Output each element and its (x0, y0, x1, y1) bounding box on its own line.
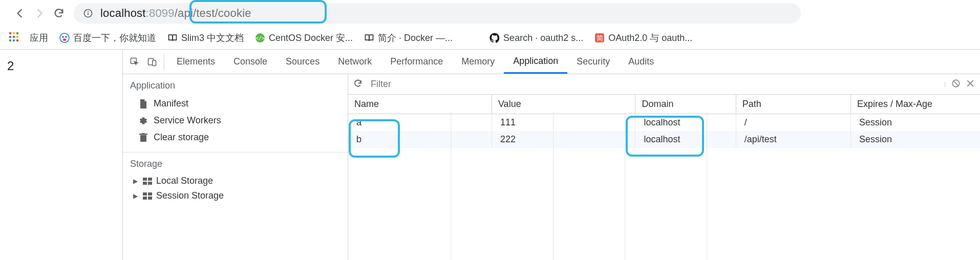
sidebar-heading-storage: Storage (123, 153, 348, 174)
apps-label[interactable]: 应用 (30, 32, 48, 44)
col-name[interactable]: Name (348, 95, 492, 114)
tab-label: Audits (628, 56, 654, 67)
reload-icon (53, 8, 65, 19)
tab-sources[interactable]: Sources (276, 50, 329, 74)
sidebar-heading-application: Application (123, 74, 348, 95)
svg-point-16 (63, 38, 66, 41)
sidebar-item-label: Clear storage (154, 132, 209, 143)
sidebar-item-clear-storage[interactable]: Clear storage (123, 129, 348, 146)
application-sidebar: Application Manifest Service Workers Cle… (123, 74, 348, 260)
svg-point-14 (62, 36, 63, 38)
bookmark-item[interactable]: 百度一下，你就知道 (59, 32, 156, 44)
bookmark-item[interactable]: Search · oauth2 s... (489, 33, 583, 44)
table-row[interactable]: b 222 localhost /api/test Session (348, 131, 980, 148)
svg-rect-12 (16, 39, 18, 41)
col-label: Path (742, 99, 761, 109)
col-expires[interactable]: Expires / Max-Age (851, 95, 980, 114)
col-path[interactable]: Path (736, 95, 850, 114)
bookmark-label: 简介 · Docker —... (378, 32, 453, 44)
forward-button[interactable] (31, 5, 48, 22)
url-host: localhost (100, 7, 146, 19)
cookies-table-wrap: Name Value Domain Path Expires / Max-Age… (348, 95, 980, 260)
svg-rect-8 (13, 36, 15, 38)
cell-path: /api/test (736, 131, 850, 148)
gear-icon (138, 116, 148, 126)
tab-label: Elements (177, 56, 215, 67)
cell-path: / (736, 114, 850, 132)
address-bar[interactable]: localhost:8099/api/test/cookie (74, 3, 801, 24)
sidebar-item-label: Manifest (154, 98, 188, 109)
storage-icon (143, 178, 152, 185)
svg-rect-6 (16, 32, 18, 34)
tab-label: Security (577, 56, 610, 67)
reload-button[interactable] (50, 5, 68, 22)
table-row[interactable]: a 111 localhost / Session (348, 114, 980, 132)
back-button[interactable] (11, 5, 29, 22)
bookmark-item[interactable]: 简 OAuth2.0 与 oauth... (594, 32, 692, 44)
svg-rect-27 (143, 178, 147, 181)
inspect-icon (130, 57, 140, 67)
sidebar-item-service-workers[interactable]: Service Workers (123, 112, 348, 129)
bookmark-label: OAuth2.0 与 oauth... (608, 32, 692, 44)
separator (945, 82, 945, 87)
cell-name: b (348, 131, 492, 148)
tab-performance[interactable]: Performance (381, 50, 452, 74)
bookmark-label: Slim3 中文文档 (181, 32, 244, 44)
bookmark-label: CentOS Docker 安... (269, 32, 353, 44)
browser-nav-row: localhost:8099/api/test/cookie (0, 0, 980, 27)
svg-rect-4 (9, 32, 11, 34)
filter-input[interactable] (368, 77, 939, 92)
disclosure-triangle-icon: ▶ (133, 178, 138, 185)
tab-console[interactable]: Console (224, 50, 276, 74)
delete-button[interactable] (966, 79, 975, 90)
bookmarks-bar: 应用 百度一下，你就知道 Slim3 中文文档 </> CentOS Docke… (0, 27, 980, 49)
svg-rect-7 (9, 36, 11, 38)
svg-rect-29 (143, 182, 147, 185)
tab-memory[interactable]: Memory (452, 50, 504, 74)
cookies-toolbar (348, 74, 980, 95)
cell-domain: localhost (635, 114, 736, 132)
sidebar-item-label: Service Workers (154, 115, 221, 126)
svg-line-36 (953, 81, 958, 86)
col-value[interactable]: Value (492, 95, 635, 114)
separator (164, 54, 164, 70)
url-text: localhost:8099/api/test/cookie (100, 7, 251, 20)
col-domain[interactable]: Domain (635, 95, 736, 114)
sidebar-item-session-storage[interactable]: ▶ Session Storage (123, 188, 348, 203)
reload-icon (353, 79, 363, 88)
refresh-button[interactable] (353, 79, 363, 90)
svg-rect-9 (16, 36, 18, 38)
content-pane: 2 Elements Console Sources Network Perfo… (0, 49, 980, 260)
tab-label: Memory (461, 56, 495, 67)
device-toolbar-button[interactable] (143, 50, 161, 74)
arrow-right-icon (34, 8, 45, 19)
site-info-icon[interactable] (83, 8, 93, 18)
sidebar-item-manifest[interactable]: Manifest (123, 95, 348, 112)
devtools: Elements Console Sources Network Perform… (123, 50, 980, 260)
apps-icon[interactable] (9, 32, 18, 44)
cell-expires: Session (851, 131, 980, 148)
inspect-element-button[interactable] (126, 50, 143, 74)
arrow-left-icon (14, 8, 26, 19)
svg-rect-10 (9, 39, 11, 41)
tab-network[interactable]: Network (329, 50, 381, 74)
bookmark-item[interactable]: </> CentOS Docker 安... (255, 32, 353, 44)
svg-text:</>: </> (255, 35, 265, 41)
cookies-panel: Name Value Domain Path Expires / Max-Age… (348, 74, 980, 260)
tab-application[interactable]: Application (504, 50, 567, 74)
svg-rect-32 (148, 192, 152, 196)
sidebar-item-local-storage[interactable]: ▶ Local Storage (123, 174, 348, 188)
bookmark-label: 百度一下，你就知道 (73, 32, 156, 44)
bookmark-item[interactable]: Slim3 中文文档 (167, 32, 244, 44)
trash-icon (138, 133, 148, 143)
bookmark-item[interactable]: 简介 · Docker —... (364, 32, 453, 44)
close-icon (966, 79, 975, 88)
tab-security[interactable]: Security (567, 50, 619, 74)
tab-elements[interactable]: Elements (167, 50, 224, 74)
clear-all-button[interactable] (951, 79, 961, 90)
url-path: /api/test/cookie (175, 7, 251, 19)
devtools-tab-bar: Elements Console Sources Network Perform… (123, 50, 980, 74)
storage-icon (143, 192, 152, 200)
svg-rect-28 (148, 178, 152, 181)
tab-audits[interactable]: Audits (619, 50, 663, 74)
